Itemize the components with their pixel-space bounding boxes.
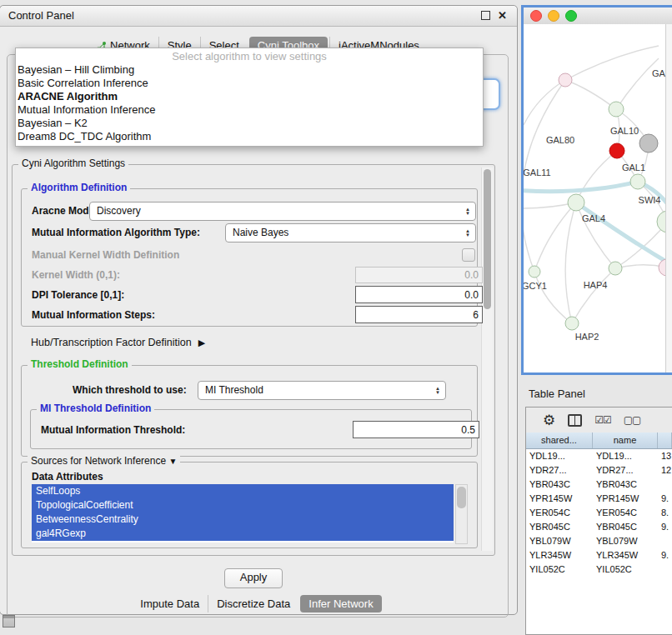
mac-zoom-button[interactable]	[565, 10, 577, 22]
popup-item-list: Bayesian – Hill ClimbingBasic Correlatio…	[16, 63, 483, 143]
network-edge	[524, 80, 565, 125]
sources-title-text: Sources for Network Inference	[31, 455, 166, 467]
table-cell: YDR27...	[526, 463, 593, 478]
mi-threshold-field[interactable]: 0.5	[353, 421, 479, 438]
column-header[interactable]: shared...	[526, 432, 593, 448]
network-node[interactable]	[630, 174, 645, 189]
table-row[interactable]: YBL079WYBL079W	[526, 534, 672, 548]
algorithm-option[interactable]: Mutual Information Inference	[16, 103, 483, 117]
chevron-down-icon[interactable]: ▼	[168, 457, 177, 466]
table-row[interactable]: YLR345WYLR345W9.	[526, 548, 672, 562]
table-cell: YPR145W	[526, 492, 593, 506]
chevron-up-down-icon: ▲▼	[431, 382, 444, 399]
table-cell: YPR145W	[593, 492, 658, 506]
chevron-right-icon[interactable]: ▶	[198, 338, 205, 348]
network-edge	[572, 268, 615, 323]
network-node[interactable]	[559, 73, 572, 87]
table-row[interactable]: YDL19...YDL19...13	[526, 449, 672, 463]
attribute-item[interactable]: SelfLoops	[32, 484, 454, 498]
tab-impute-data[interactable]: Impute Data	[132, 595, 208, 612]
mi-type-select[interactable]: Naive Bayes ▲▼	[225, 223, 476, 242]
table-row[interactable]: YBR043CYBR043C	[526, 478, 672, 492]
network-node[interactable]	[565, 317, 579, 330]
network-canvas[interactable]: GAL80GAL10GAL11GAL1SWI4GAL4GCY1HAP4HAP2G…	[524, 24, 672, 372]
which-threshold-value: MI Threshold	[205, 382, 263, 398]
network-node[interactable]	[639, 134, 658, 152]
table-row[interactable]: YPR145WYPR145W9.	[526, 492, 672, 506]
data-attributes-list[interactable]: SelfLoopsTopologicalCoefficientBetweenne…	[32, 484, 454, 542]
table-row[interactable]: YIL052CYIL052C	[526, 562, 672, 577]
dpi-tolerance-field[interactable]: 0.0	[355, 286, 483, 303]
columns-icon[interactable]	[568, 414, 582, 427]
float-window-icon[interactable]	[481, 11, 490, 20]
table-header-row: shared...name	[526, 432, 672, 449]
column-header[interactable]	[658, 432, 672, 448]
sources-group-title[interactable]: Sources for Network Inference ▼	[28, 455, 180, 467]
chevron-up-down-icon: ▲▼	[461, 224, 474, 242]
attribute-item[interactable]: TopologicalCoefficient	[32, 498, 454, 512]
table-row[interactable]: YBR045CYBR045C9.	[526, 520, 672, 534]
settings-group-title: Cyni Algorithm Settings	[18, 158, 128, 169]
node-label: GAL80	[546, 135, 574, 145]
manual-kernel-checkbox[interactable]	[462, 248, 475, 262]
tab-label: Impute Data	[140, 598, 199, 610]
attribute-item[interactable]: gal4RGexp	[32, 527, 454, 541]
table-cell: YDL19...	[593, 449, 658, 463]
node-label: GAL10	[610, 126, 639, 136]
table-row[interactable]: YDR27...YDR27...12	[526, 463, 672, 478]
table-cell: YLR345W	[526, 548, 593, 562]
settings-scrollbar-thumb[interactable]	[484, 169, 491, 309]
network-node[interactable]	[529, 266, 540, 278]
network-window-titlebar[interactable]	[524, 8, 672, 25]
network-node[interactable]	[568, 194, 584, 211]
table-cell	[658, 478, 672, 492]
algorithm-option[interactable]: Basic Correlation Inference	[16, 77, 483, 90]
settings-scrollbar[interactable]	[481, 168, 493, 551]
apply-button[interactable]: Apply	[224, 568, 283, 588]
table-cell: YBL079W	[593, 534, 658, 548]
table-panel-title: Table Panel	[529, 388, 585, 400]
select-all-checkboxes-icon[interactable]: ☑☑	[594, 414, 611, 426]
dock-panel-icon[interactable]	[3, 615, 15, 628]
table-cell: 9.	[658, 492, 672, 506]
tab-discretize-data[interactable]: Discretize Data	[208, 595, 298, 612]
mac-minimize-button[interactable]	[548, 10, 559, 22]
algorithm-option[interactable]: Dream8 DC_TDC Algorithm	[16, 130, 483, 143]
hub-definition-expander[interactable]: Hub/Transcription Factor Definition ▶	[31, 337, 205, 348]
node-label: HAP4	[584, 280, 608, 290]
algorithm-option[interactable]: Bayesian – K2	[16, 117, 483, 130]
table-cell: YER054C	[526, 506, 593, 520]
network-node[interactable]	[609, 143, 624, 158]
network-graph[interactable]: GAL80GAL10GAL11GAL1SWI4GAL4GCY1HAP4HAP2G…	[524, 24, 672, 372]
attributes-scrollbar[interactable]	[455, 484, 468, 544]
attribute-item[interactable]: BetweennessCentrality	[32, 512, 454, 527]
node-label: HAP2	[575, 332, 599, 342]
data-attributes-label: Data Attributes	[32, 471, 103, 482]
which-threshold-select[interactable]: MI Threshold ▲▼	[198, 381, 446, 400]
mac-close-button[interactable]	[530, 10, 542, 22]
dpi-tolerance-label: DPI Tolerance [0,1]:	[32, 289, 124, 301]
attributes-scrollbar-thumb[interactable]	[457, 487, 466, 508]
algorithm-option[interactable]: Bayesian – Hill Climbing	[16, 63, 483, 77]
aracne-mode-value: Discovery	[97, 202, 141, 219]
tab-infer-network[interactable]: Infer Network	[300, 595, 381, 612]
aracne-mode-select[interactable]: Discovery ▲▼	[89, 202, 476, 221]
network-node[interactable]	[609, 262, 622, 275]
mi-threshold-value: 0.5	[461, 424, 475, 436]
mi-steps-field[interactable]: 6	[355, 306, 483, 323]
algorithm-option[interactable]: ARACNE Algorithm	[16, 90, 483, 103]
mi-threshold-group-title: MI Threshold Definition	[37, 402, 154, 414]
network-node[interactable]	[609, 102, 624, 117]
column-header[interactable]: name	[593, 432, 658, 448]
control-panel-titlebar[interactable]: Control Panel ✕	[0, 6, 517, 27]
kernel-width-field[interactable]: 0.0	[355, 267, 483, 283]
popup-prompt: Select algorithm to view settings	[16, 50, 483, 63]
deselect-all-checkboxes-icon[interactable]: ▢▢	[624, 414, 641, 426]
bottom-tab-strip: Impute DataDiscretize DataInfer Network	[0, 595, 515, 612]
close-icon[interactable]: ✕	[498, 10, 507, 21]
tab-label: Discretize Data	[217, 598, 290, 610]
table-cell: YDL19...	[526, 449, 593, 463]
table-row[interactable]: YER054CYER054C8.	[526, 506, 672, 520]
gear-icon[interactable]: ⚙	[543, 413, 555, 428]
network-scrollbar[interactable]	[665, 24, 672, 372]
